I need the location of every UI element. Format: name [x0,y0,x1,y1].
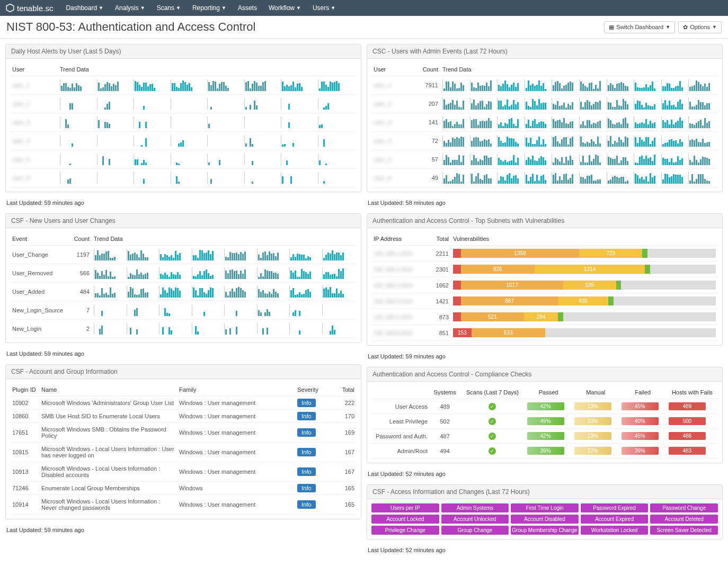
pill-password-expired[interactable]: Password Expired [581,503,649,512]
table-row[interactable]: Least Privilege502✓49%10%40%500 [371,414,718,429]
options-button[interactable]: ✿Options▼ [678,21,722,33]
plugin-id: 10860 [10,410,39,423]
pill-screen-saver-detected[interactable]: Screen Saver Detected [650,526,718,535]
table-row[interactable]: 71246Enumerate Local Group MembershipsWi… [10,482,357,495]
vuln-total: 873 [424,309,451,325]
passed-pct: 39% [527,447,564,455]
hosts-fails: 483 [669,447,706,455]
table-row[interactable]: New_Login2 [10,320,357,338]
plugin-name: Microsoft Windows - Local Users Informat… [39,443,177,462]
titlebar: NIST 800-53: Authentication and Access C… [0,16,728,39]
table-row[interactable]: 10860SMB Use Host SID to Enumerate Local… [10,410,357,423]
pill-group-membership-change[interactable]: Group Membership Change [511,526,579,535]
caret-icon: ▼ [665,24,670,30]
nav-analysis[interactable]: Analysis ▼ [115,4,145,12]
manual-pct: 22% [574,447,611,455]
svg-marker-0 [6,4,14,12]
plugin-family: Windows : User management [177,495,295,515]
severity-badge: Info [297,467,315,476]
table-row[interactable]: 192.168.3.0/2416621017535 [371,277,718,293]
caret-icon: ▼ [296,5,301,11]
table-row[interactable]: user_1 [10,76,357,95]
table-row[interactable]: user_5 [10,150,357,169]
manual-pct: 10% [574,417,611,425]
pill-workstation-locked[interactable]: Workstation Locked [581,526,649,535]
table-row[interactable]: user_17911 [371,76,718,95]
failed-pct: 45% [622,432,659,440]
table-row[interactable]: user_3 [10,113,357,132]
switch-dashboard-button[interactable]: ▦Switch Dashboard▼ [604,21,675,33]
pill-account-deleted[interactable]: Account Deleted [650,515,718,524]
table-row[interactable]: 192.168.4.0/241421867438 [371,293,718,309]
table-row[interactable]: user_649 [371,169,718,187]
hosts-fails: 486 [669,432,706,440]
navbar: tenable.sc Dashboard ▼Analysis ▼Scans ▼R… [0,0,728,16]
pill-users-per-ip[interactable]: Users per IP [371,503,439,512]
plugin-total: 167 [332,443,357,462]
table-row[interactable]: user_557 [371,150,718,169]
table-row[interactable]: 192.168.2.0/2423018261314 [371,262,718,277]
brand-logo: tenable.sc [5,3,53,13]
table-row[interactable]: user_4 [10,132,357,150]
nav-workflow[interactable]: Workflow ▼ [269,4,301,12]
severity-badge: Info [297,428,315,437]
table-row[interactable]: 17651Microsoft Windows SMB : Obtains the… [10,423,357,443]
table-row[interactable]: User_Removed566 [10,264,357,283]
severity-badge: Info [297,500,315,509]
user-redacted: user_5 [374,156,392,163]
caret-icon: ▼ [140,5,145,11]
pill-account-disabled[interactable]: Account Disabled [511,515,579,524]
gear-icon: ✿ [683,24,688,31]
plugin-total: 165 [332,495,357,515]
plugin-family: Windows : User management [177,443,295,462]
page-title: NIST 800-53: Authentication and Access C… [6,20,255,34]
nav-users[interactable]: Users ▼ [313,4,335,12]
vuln-total: 2211 [424,246,451,262]
systems-count: 502 [430,414,460,429]
table-row[interactable]: 10914Microsoft Windows - Local Users Inf… [10,495,357,515]
table-row[interactable]: user_2207 [371,95,718,113]
nav-assets[interactable]: Assets [238,4,257,12]
pill-account-locked[interactable]: Account Locked [371,515,439,524]
pill-password-change[interactable]: Password Change [650,503,718,512]
table-row[interactable]: 192.168.6.0/24851153633 [371,325,718,341]
systems-count: 494 [430,444,460,458]
admin-events-table: UserCountTrend Data user_17911user_2207u… [371,63,718,187]
pill-account-expired[interactable]: Account Expired [581,515,649,524]
pill-account-unlocked[interactable]: Account Unlocked [441,515,509,524]
nav-scans[interactable]: Scans ▼ [157,4,181,12]
table-row[interactable]: 10913Microsoft Windows - Local Users Inf… [10,462,357,482]
table-row[interactable]: user_6 [10,169,357,187]
table-row[interactable]: 10915Microsoft Windows - Local Users Inf… [10,443,357,462]
plugin-id: 10913 [10,462,39,482]
table-row[interactable]: User Access489✓42%13%45%489 [371,399,718,414]
plugin-total: 169 [332,423,357,443]
table-row[interactable]: 192.168.1.0/2422111358723 [371,246,718,262]
account-group-table: Plugin IDNameFamilySeverityTotal 10902Mi… [10,383,357,515]
caret-icon: ▼ [221,5,226,11]
pill-admin-systems[interactable]: Admin Systems [441,503,509,512]
table-row[interactable]: 192.168.5.0/24873521284 [371,309,718,325]
ip-redacted: 192.168.2.0/24 [374,266,412,273]
table-row[interactable]: New_Login_Source7 [10,301,357,320]
user-redacted: user_1 [12,82,30,88]
table-row[interactable]: 10902Microsoft Windows 'Administrators' … [10,397,357,410]
table-row[interactable]: user_472 [371,132,718,150]
user-redacted: user_4 [374,138,392,144]
event-count: 566 [65,264,92,283]
table-row[interactable]: User_Added484 [10,283,357,301]
table-row[interactable]: Password and Auth.487✓42%13%45%486 [371,429,718,444]
plugin-family: Windows : User management [177,423,295,443]
vuln-bar: 867438 [453,296,716,305]
nav-dashboard[interactable]: Dashboard ▼ [66,4,103,12]
plugin-name: Microsoft Windows - Local Users Informat… [39,495,177,515]
nav-reporting[interactable]: Reporting ▼ [192,4,226,12]
pill-first-time-login[interactable]: First Time Login [511,503,579,512]
pill-group-change[interactable]: Group Change [441,526,509,535]
table-row[interactable]: Admin/Root494✓39%22%39%483 [371,444,718,458]
pill-privilege-change[interactable]: Privilege Change [371,526,439,535]
table-row[interactable]: user_2 [10,95,357,113]
check-icon: ✓ [489,403,496,410]
table-row[interactable]: User_Change1197 [10,246,357,264]
table-row[interactable]: user_3141 [371,113,718,132]
